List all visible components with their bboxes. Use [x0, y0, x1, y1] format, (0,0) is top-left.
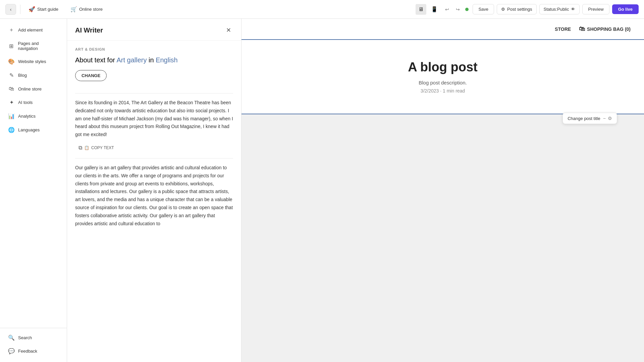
- blog-description: Blog post description.: [255, 80, 631, 85]
- online-store-top-label: Online store: [79, 7, 103, 12]
- store-icon: 🛍: [8, 86, 15, 92]
- ai-icon: ✦: [8, 99, 15, 106]
- post-title-tooltip: Change post title − ⚙: [562, 113, 617, 124]
- blog-icon: ✎: [8, 72, 15, 78]
- change-post-title-text: Change post title: [568, 116, 600, 121]
- sidebar-label-analytics: Analytics: [18, 114, 36, 119]
- sidebar-label-website-styles: Website styles: [18, 59, 46, 64]
- ai-about-text: About text for Art gallery in English: [75, 55, 233, 65]
- online-store-top-button[interactable]: 🛒 Online store: [66, 4, 107, 14]
- sidebar-label-online-store: Online store: [18, 86, 42, 92]
- tooltip-action-icons: − ⚙: [603, 116, 612, 121]
- about-english: English: [156, 56, 178, 64]
- mobile-device-button[interactable]: 📱: [429, 4, 440, 15]
- sidebar-bottom: 🔍 Search 💬 Feedback: [0, 328, 67, 358]
- main-layout: ＋ Add element ⊞ Pages and navigation 🎨 W…: [0, 19, 644, 362]
- about-art-gallery: Art gallery: [116, 56, 147, 64]
- store-nav-label[interactable]: STORE: [555, 26, 571, 32]
- ai-tag: ART & DESIGN: [75, 47, 233, 51]
- undo-button[interactable]: ↩: [442, 5, 452, 14]
- topbar-right: Save ⚙ Post settings Status:Public 👁 Pre…: [473, 4, 639, 14]
- sidebar-item-languages[interactable]: 🌐 Languages: [3, 123, 64, 136]
- copy-icon2: 📋: [84, 145, 89, 150]
- blog-content: A blog post Blog post description. 3/2/2…: [241, 40, 644, 114]
- undo-redo-group: ↩ ↪: [442, 5, 463, 14]
- sidebar-item-feedback[interactable]: 💬 Feedback: [3, 345, 64, 358]
- search-icon: 🔍: [8, 335, 15, 341]
- languages-icon: 🌐: [8, 127, 15, 133]
- sidebar-label-search: Search: [18, 335, 32, 340]
- ai-text-block-2: Our gallery is an art gallery that provi…: [75, 164, 233, 228]
- copy-icon: ⧉: [78, 145, 82, 151]
- change-button[interactable]: CHANGE: [75, 70, 107, 81]
- sidebar-label-languages: Languages: [18, 127, 40, 132]
- tooltip-minus-icon[interactable]: −: [603, 116, 606, 121]
- start-guide-label: Start guide: [37, 7, 58, 12]
- sidebar-item-pages-nav[interactable]: ⊞ Pages and navigation: [3, 38, 64, 54]
- eye-icon: 👁: [571, 7, 575, 12]
- sidebar-label-ai-tools: AI tools: [18, 100, 33, 105]
- content-area: STORE 🛍 SHOPPING BAG (0) A blog post Blo…: [241, 19, 644, 362]
- post-settings-label: Post settings: [507, 7, 532, 12]
- divider-1: [75, 93, 233, 94]
- ai-panel-header: AI Writer ✕: [67, 19, 241, 41]
- copy-text-button[interactable]: ⧉ 📋 COPY TEXT: [75, 143, 117, 153]
- ai-panel-title: AI Writer: [75, 26, 103, 34]
- settings-icon: ⚙: [501, 7, 505, 12]
- golive-button[interactable]: Go live: [612, 4, 639, 14]
- topbar: ‹ 🚀 Start guide 🛒 Online store 🖥 📱 ↩ ↪ S…: [0, 0, 644, 19]
- sidebar-item-add-element[interactable]: ＋ Add element: [3, 23, 64, 37]
- shopping-bag[interactable]: 🛍 SHOPPING BAG (0): [579, 25, 631, 33]
- sidebar: ＋ Add element ⊞ Pages and navigation 🎨 W…: [0, 19, 67, 362]
- sidebar-item-search[interactable]: 🔍 Search: [3, 331, 64, 344]
- about-in: in: [147, 56, 156, 64]
- ai-panel-close-button[interactable]: ✕: [224, 25, 233, 35]
- status-public-button[interactable]: Status:Public 👁: [539, 4, 580, 14]
- sidebar-item-analytics[interactable]: 📊 Analytics: [3, 110, 64, 123]
- sidebar-item-blog[interactable]: ✎ Blog: [3, 69, 64, 82]
- sidebar-label-pages-nav: Pages and navigation: [18, 41, 59, 51]
- blog-title: A blog post: [255, 60, 631, 74]
- topbar-left: ‹ 🚀 Start guide 🛒 Online store: [5, 4, 412, 15]
- redo-button[interactable]: ↪: [453, 5, 463, 14]
- sidebar-label-blog: Blog: [18, 73, 27, 78]
- bag-icon: 🛍: [579, 25, 585, 33]
- rocket-icon: 🚀: [29, 6, 35, 12]
- about-text-plain: About text for: [75, 56, 116, 64]
- pages-icon: ⊞: [8, 43, 14, 49]
- start-guide-button[interactable]: 🚀 Start guide: [24, 4, 62, 14]
- cart-icon: 🛒: [70, 6, 77, 12]
- store-header: STORE 🛍 SHOPPING BAG (0): [241, 19, 644, 40]
- feedback-icon: 💬: [8, 348, 15, 354]
- desktop-device-button[interactable]: 🖥: [416, 4, 426, 15]
- copy-text-label: COPY TEXT: [91, 145, 114, 150]
- shopping-bag-label: SHOPPING BAG (0): [587, 26, 631, 32]
- ai-text-block-1: Since its founding in 2014, The Art Gall…: [75, 99, 233, 139]
- sidebar-item-online-store[interactable]: 🛍 Online store: [3, 82, 64, 95]
- sidebar-label-add-element: Add element: [18, 27, 43, 33]
- divider-2: [75, 158, 233, 159]
- topbar-center: 🖥 📱 ↩ ↪: [416, 4, 469, 15]
- sidebar-item-ai-tools[interactable]: ✦ AI tools: [3, 96, 64, 109]
- back-button[interactable]: ‹: [5, 4, 16, 15]
- sidebar-item-website-styles[interactable]: 🎨 Website styles: [3, 55, 64, 68]
- status-dot: [465, 8, 469, 11]
- canvas-frame: STORE 🛍 SHOPPING BAG (0) A blog post Blo…: [241, 19, 644, 114]
- sidebar-label-feedback: Feedback: [18, 349, 37, 354]
- analytics-icon: 📊: [8, 113, 15, 119]
- ai-panel-body: ART & DESIGN About text for Art gallery …: [67, 41, 241, 362]
- divider: [20, 5, 20, 14]
- ai-writer-panel: AI Writer ✕ ART & DESIGN About text for …: [67, 19, 241, 362]
- plus-icon: ＋: [8, 26, 15, 34]
- blog-meta: 3/2/2023 · 1 min read: [255, 88, 631, 94]
- post-settings-button[interactable]: ⚙ Post settings: [497, 4, 536, 14]
- status-public-label: Status:Public: [544, 7, 569, 12]
- save-button[interactable]: Save: [473, 4, 494, 14]
- tooltip-settings-icon[interactable]: ⚙: [608, 116, 612, 121]
- preview-button[interactable]: Preview: [582, 4, 609, 14]
- styles-icon: 🎨: [8, 58, 15, 65]
